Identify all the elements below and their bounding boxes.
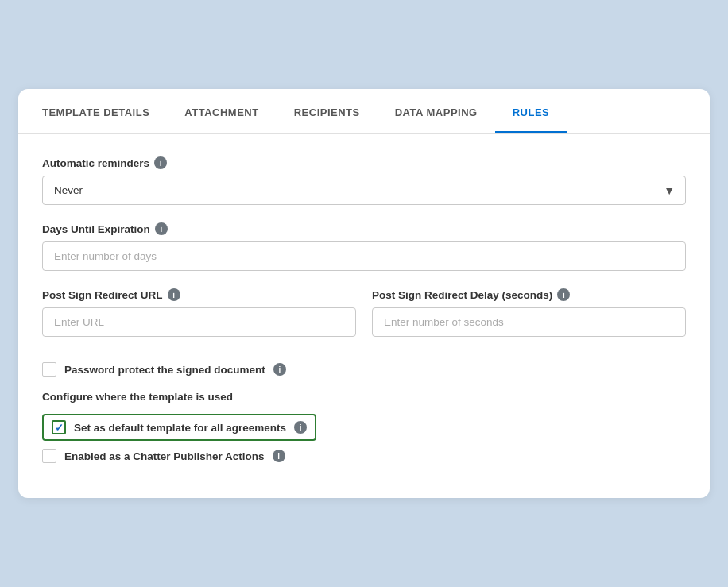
tabs-bar: TEMPLATE DETAILS ATTACHMENT RECIPIENTS D… — [18, 89, 710, 134]
automatic-reminders-info-icon[interactable]: i — [154, 156, 167, 169]
tab-recipients[interactable]: RECIPIENTS — [277, 89, 378, 133]
post-sign-url-input[interactable] — [42, 307, 356, 337]
configure-section: Configure where the template is used ✓ S… — [42, 391, 686, 463]
automatic-reminders-select-wrapper: Never Daily Weekly Every 2 weeks Monthly… — [42, 176, 686, 205]
tab-template-details[interactable]: TEMPLATE DETAILS — [42, 89, 167, 133]
tab-data-mapping[interactable]: DATA MAPPING — [378, 89, 495, 133]
post-sign-delay-info-icon[interactable]: i — [557, 288, 570, 301]
automatic-reminders-select[interactable]: Never Daily Weekly Every 2 weeks Monthly — [42, 176, 686, 205]
days-expiration-info-icon[interactable]: i — [155, 222, 168, 235]
chatter-publisher-row: Enabled as a Chatter Publisher Actions i — [42, 449, 686, 463]
automatic-reminders-text: Automatic reminders — [42, 157, 149, 169]
main-card: TEMPLATE DETAILS ATTACHMENT RECIPIENTS D… — [18, 89, 710, 498]
password-protect-info-icon[interactable]: i — [273, 363, 286, 376]
password-protect-checkbox[interactable] — [42, 362, 56, 377]
default-template-checkbox[interactable]: ✓ — [52, 420, 66, 434]
post-sign-delay-input[interactable] — [372, 307, 686, 337]
days-expiration-label: Days Until Expiration i — [42, 222, 686, 235]
password-protect-label: Password protect the signed document — [64, 364, 265, 376]
post-sign-url-group: Post Sign Redirect URL i — [42, 288, 356, 337]
tab-attachment[interactable]: ATTACHMENT — [167, 89, 276, 133]
chatter-publisher-label: Enabled as a Chatter Publisher Actions — [64, 450, 265, 462]
post-sign-url-text: Post Sign Redirect URL — [42, 289, 163, 301]
days-expiration-text: Days Until Expiration — [42, 223, 150, 235]
content-area: Automatic reminders i Never Daily Weekly… — [18, 134, 710, 463]
post-sign-row: Post Sign Redirect URL i Post Sign Redir… — [42, 288, 686, 354]
days-expiration-group: Days Until Expiration i — [42, 222, 686, 271]
tab-rules[interactable]: RULES — [495, 89, 567, 133]
default-template-label: Set as default template for all agreemen… — [74, 422, 286, 434]
post-sign-delay-group: Post Sign Redirect Delay (seconds) i — [372, 288, 686, 337]
post-sign-url-label: Post Sign Redirect URL i — [42, 288, 356, 301]
checkmark-icon: ✓ — [55, 423, 64, 433]
password-protect-row: Password protect the signed document i — [42, 362, 686, 377]
default-template-info-icon[interactable]: i — [294, 421, 307, 434]
chatter-publisher-checkbox[interactable] — [42, 449, 56, 463]
default-template-row: ✓ Set as default template for all agreem… — [42, 414, 316, 441]
automatic-reminders-label: Automatic reminders i — [42, 156, 686, 169]
post-sign-url-info-icon[interactable]: i — [168, 288, 180, 301]
automatic-reminders-group: Automatic reminders i Never Daily Weekly… — [42, 156, 686, 205]
configure-section-title: Configure where the template is used — [42, 391, 686, 403]
chatter-publisher-info-icon[interactable]: i — [273, 450, 285, 462]
days-expiration-input[interactable] — [42, 241, 686, 271]
post-sign-delay-label: Post Sign Redirect Delay (seconds) i — [372, 288, 686, 301]
post-sign-delay-text: Post Sign Redirect Delay (seconds) — [372, 289, 552, 301]
